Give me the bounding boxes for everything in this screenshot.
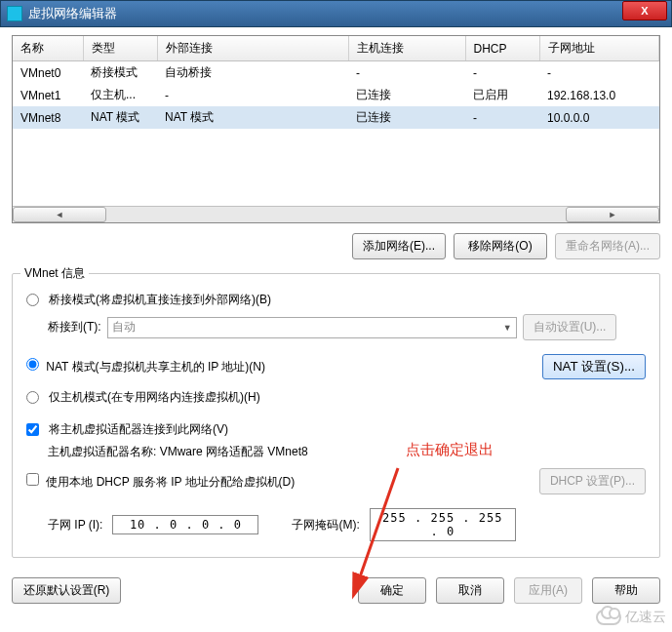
col-subnet[interactable]: 子网地址: [539, 36, 659, 61]
auto-set-button[interactable]: 自动设置(U)...: [523, 314, 617, 340]
group-legend: VMnet 信息: [20, 265, 89, 282]
col-dhcp[interactable]: DHCP: [465, 36, 539, 61]
col-host[interactable]: 主机连接: [348, 36, 465, 61]
add-network-button[interactable]: 添加网络(E)...: [352, 233, 446, 259]
bridge-to-select[interactable]: 自动 ▼: [107, 317, 517, 338]
subnet-ip-label: 子网 IP (I):: [48, 517, 102, 533]
close-button[interactable]: X: [622, 1, 667, 20]
cloud-icon: [596, 610, 621, 625]
subnet-mask-input[interactable]: 255 . 255 . 255 . 0: [370, 508, 516, 541]
horizontal-scrollbar[interactable]: ◄ ►: [13, 206, 659, 222]
nat-settings-button[interactable]: NAT 设置(S)...: [542, 354, 646, 379]
apply-button[interactable]: 应用(A): [514, 577, 582, 604]
subnet-ip-input[interactable]: 10 . 0 . 0 . 0: [112, 515, 258, 534]
cancel-button[interactable]: 取消: [436, 577, 504, 604]
window-title: 虚拟网络编辑器: [28, 5, 622, 22]
watermark: 亿速云: [596, 609, 666, 626]
table-header-row: 名称 类型 外部连接 主机连接 DHCP 子网地址: [13, 36, 659, 61]
app-icon: [7, 6, 22, 21]
radio-hostonly[interactable]: [26, 391, 39, 404]
col-type[interactable]: 类型: [83, 36, 157, 61]
restore-defaults-button[interactable]: 还原默认设置(R): [12, 577, 121, 604]
col-name[interactable]: 名称: [13, 36, 83, 61]
radio-nat-label: NAT 模式(与虚拟机共享主机的 IP 地址)(N): [46, 360, 265, 374]
host-adapter-name-label: 主机虚拟适配器名称: VMware 网络适配器 VMnet8: [48, 444, 308, 460]
checkbox-dhcp-label: 使用本地 DHCP 服务将 IP 地址分配给虚拟机(D): [46, 475, 295, 489]
radio-bridge[interactable]: [26, 294, 39, 306]
vmnet-info-group: VMnet 信息 桥接模式(将虚拟机直接连接到外部网络)(B) 桥接到(T): …: [12, 273, 660, 558]
titlebar: 虚拟网络编辑器 X: [0, 0, 672, 27]
checkbox-host-adapter[interactable]: [26, 423, 39, 436]
rename-network-button[interactable]: 重命名网络(A)...: [555, 233, 660, 259]
checkbox-host-adapter-label: 将主机虚拟适配器连接到此网络(V): [49, 421, 228, 438]
ok-button[interactable]: 确定: [358, 577, 426, 604]
scroll-left-icon[interactable]: ◄: [13, 207, 106, 222]
table-row[interactable]: VMnet1 仅主机... - 已连接 已启用 192.168.13.0: [13, 84, 659, 106]
radio-bridge-label: 桥接模式(将虚拟机直接连接到外部网络)(B): [49, 292, 271, 308]
col-ext[interactable]: 外部连接: [157, 36, 348, 61]
radio-hostonly-label: 仅主机模式(在专用网络内连接虚拟机)(H): [49, 389, 260, 406]
help-button[interactable]: 帮助: [592, 577, 660, 604]
table-row[interactable]: VMnet0 桥接模式 自动桥接 - - -: [13, 61, 659, 84]
network-table: 名称 类型 外部连接 主机连接 DHCP 子网地址 VMnet0 桥接模式 自动…: [12, 35, 660, 223]
radio-nat[interactable]: [26, 358, 39, 371]
scroll-right-icon[interactable]: ►: [566, 207, 659, 222]
chevron-down-icon: ▼: [503, 323, 512, 333]
bridge-to-label: 桥接到(T):: [48, 319, 101, 336]
table-row[interactable]: VMnet8 NAT 模式 NAT 模式 已连接 - 10.0.0.0: [13, 106, 659, 129]
remove-network-button[interactable]: 移除网络(O): [454, 233, 547, 259]
dhcp-settings-button[interactable]: DHCP 设置(P)...: [539, 468, 646, 494]
subnet-mask-label: 子网掩码(M):: [292, 517, 359, 533]
checkbox-dhcp[interactable]: [26, 473, 39, 486]
